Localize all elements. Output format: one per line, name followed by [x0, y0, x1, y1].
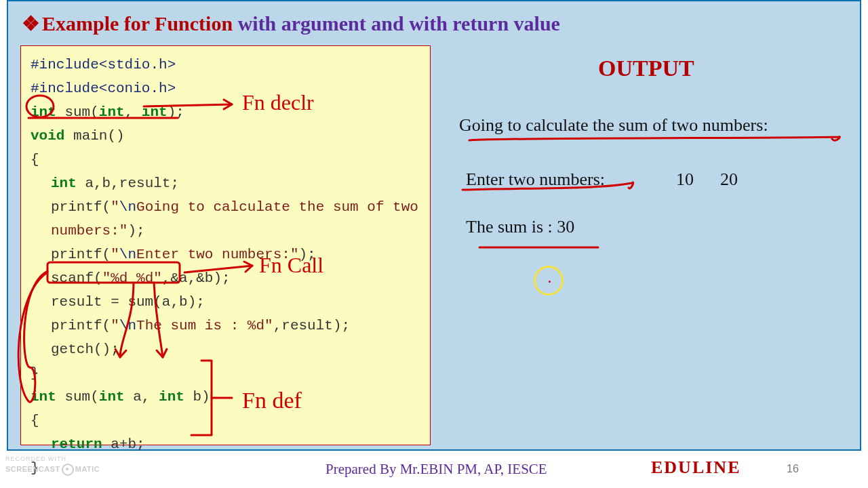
code-line: int sum(int, int);	[31, 100, 425, 124]
code-line: {	[31, 409, 425, 432]
output-line-1: Going to calculate the sum of two number…	[459, 115, 768, 136]
output-line-2b: 10	[676, 169, 694, 190]
watermark-line1: RECORDED WITH	[5, 455, 66, 462]
watermark-line2: SCREENCASTMATIC	[5, 464, 100, 476]
output-line-2c: 20	[720, 169, 738, 190]
output-heading: OUTPUT	[598, 56, 694, 81]
code-line: int sum(int a, int b)	[31, 385, 425, 409]
page-number: 16	[787, 463, 799, 475]
output-line-2a: Enter two numbers:	[466, 169, 605, 190]
footer-brand: EDULINE	[651, 458, 741, 478]
code-line: #include<conio.h>	[31, 77, 425, 100]
code-line: printf("\nThe sum is : %d",result);	[31, 314, 425, 338]
code-block: #include<stdio.h> #include<conio.h> int …	[20, 45, 431, 445]
slide: ❖Example for Function with argument and …	[7, 0, 861, 451]
code-line: printf("\nGoing to calculate the sum of …	[31, 195, 425, 243]
code-line: scanf("%d %d",&a,&b);	[31, 266, 425, 290]
cursor-highlight-icon	[534, 266, 564, 296]
bullet-icon: ❖	[22, 12, 38, 35]
output-line-3: The sum is : 30	[466, 217, 574, 237]
code-line: return a+b;	[31, 432, 425, 456]
code-line: getch();	[31, 338, 425, 361]
code-line: int a,b,result;	[31, 171, 425, 195]
code-line: printf("\nEnter two numbers:");	[31, 243, 425, 266]
title-part1: Example for Function	[42, 12, 238, 35]
title-part2: with argument and with return value	[238, 12, 560, 35]
code-line: void main()	[31, 124, 425, 148]
code-line: result = sum(a,b);	[31, 290, 425, 314]
watermark-circle-icon	[62, 464, 74, 476]
code-line: #include<stdio.h>	[31, 53, 425, 77]
code-line: {	[31, 148, 425, 171]
slide-title: ❖Example for Function with argument and …	[22, 12, 560, 35]
footer-prepared-by: Prepared By Mr.EBIN PM, AP, IESCE	[326, 461, 547, 478]
code-line: }	[31, 361, 425, 385]
